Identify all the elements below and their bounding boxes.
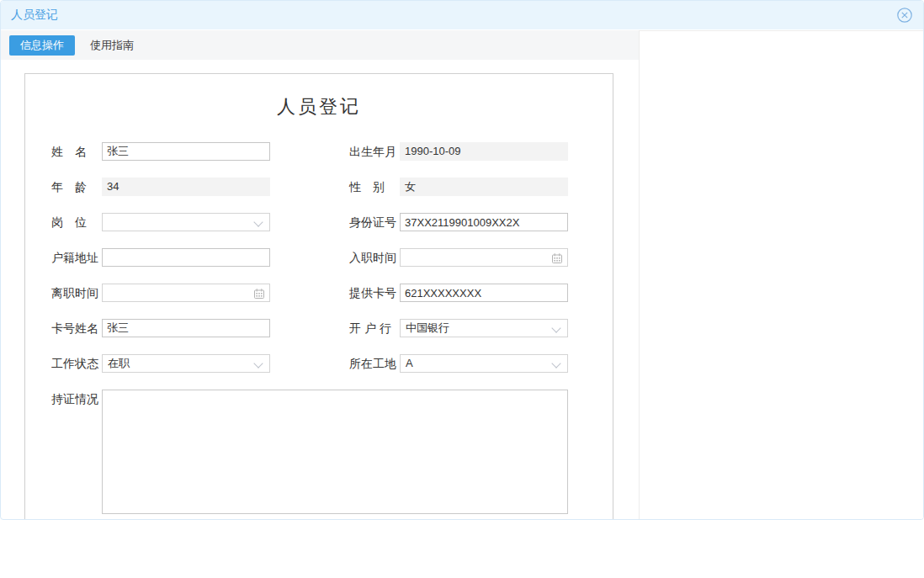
birthdate-value: 1990-10-09 bbox=[400, 142, 568, 161]
registration-form-panel: 人员登记 姓 名 出生年月 1990-10-09 年 龄 34 性 别 女 岗 … bbox=[24, 73, 613, 520]
address-label: 户籍地址 bbox=[51, 248, 98, 267]
address-input[interactable] bbox=[102, 248, 270, 267]
name-label: 姓 名 bbox=[51, 142, 87, 161]
name-input[interactable] bbox=[102, 142, 270, 161]
chevron-down-icon bbox=[551, 323, 560, 332]
tab-info-operations[interactable]: 信息操作 bbox=[9, 35, 75, 56]
work-status-select[interactable]: 在职 bbox=[102, 354, 270, 373]
close-icon[interactable] bbox=[896, 7, 913, 24]
tab-bar: 信息操作 使用指南 bbox=[1, 30, 639, 60]
position-label: 岗 位 bbox=[51, 213, 87, 231]
card-number-label: 提供卡号 bbox=[349, 284, 396, 302]
chevron-down-icon bbox=[253, 358, 263, 368]
chevron-down-icon bbox=[253, 217, 263, 226]
form-row: 工作状态 在职 所在工地 A bbox=[25, 354, 613, 373]
worksite-label: 所在工地 bbox=[349, 354, 396, 373]
hire-date-label: 入职时间 bbox=[349, 248, 396, 267]
worksite-select-value: A bbox=[406, 357, 413, 369]
certification-textarea[interactable] bbox=[102, 390, 568, 514]
id-number-input[interactable] bbox=[400, 213, 568, 231]
hire-date-input[interactable] bbox=[400, 248, 568, 267]
form-title: 人员登记 bbox=[25, 94, 613, 119]
form-row: 岗 位 身份证号 bbox=[25, 213, 613, 231]
gender-value: 女 bbox=[400, 178, 568, 196]
form-row: 卡号姓名 开 户 行 中国银行 bbox=[25, 319, 613, 337]
card-name-label: 卡号姓名 bbox=[51, 319, 98, 337]
card-number-input[interactable] bbox=[400, 284, 568, 302]
form-row: 户籍地址 入职时间 bbox=[25, 248, 613, 267]
bank-select-value: 中国银行 bbox=[406, 321, 449, 334]
work-status-label: 工作状态 bbox=[51, 354, 98, 373]
form-rows: 姓 名 出生年月 1990-10-09 年 龄 34 性 别 女 岗 位 身份证… bbox=[25, 142, 613, 520]
personnel-registration-dialog: 人员登记 信息操作 使用指南 人员登记 姓 名 出生年月 1990-10-09 … bbox=[0, 0, 924, 520]
age-value: 34 bbox=[102, 178, 270, 196]
leave-date-input[interactable] bbox=[102, 284, 270, 302]
tab-user-guide[interactable]: 使用指南 bbox=[88, 35, 135, 56]
card-name-input[interactable] bbox=[102, 319, 270, 337]
work-status-select-value: 在职 bbox=[108, 357, 130, 369]
dialog-title: 人员登记 bbox=[11, 8, 58, 23]
gender-label: 性 别 bbox=[349, 178, 385, 196]
leave-date-label: 离职时间 bbox=[51, 284, 98, 302]
dialog-titlebar: 人员登记 bbox=[1, 1, 923, 29]
position-select[interactable] bbox=[102, 213, 270, 231]
right-side-panel bbox=[639, 30, 923, 519]
form-row: 姓 名 出生年月 1990-10-09 bbox=[25, 142, 613, 161]
certification-label: 持证情况 bbox=[51, 390, 98, 408]
id-number-label: 身份证号 bbox=[349, 213, 396, 231]
form-row: 持证情况 bbox=[25, 390, 613, 514]
chevron-down-icon bbox=[551, 358, 560, 368]
bank-label: 开 户 行 bbox=[349, 319, 391, 337]
birthdate-label: 出生年月 bbox=[349, 142, 396, 161]
age-label: 年 龄 bbox=[51, 178, 87, 196]
form-row: 年 龄 34 性 别 女 bbox=[25, 178, 613, 196]
calendar-icon bbox=[253, 288, 265, 300]
calendar-icon bbox=[551, 252, 563, 264]
form-row: 离职时间 提供卡号 bbox=[25, 284, 613, 302]
worksite-select[interactable]: A bbox=[400, 354, 568, 373]
bank-select[interactable]: 中国银行 bbox=[400, 319, 568, 337]
